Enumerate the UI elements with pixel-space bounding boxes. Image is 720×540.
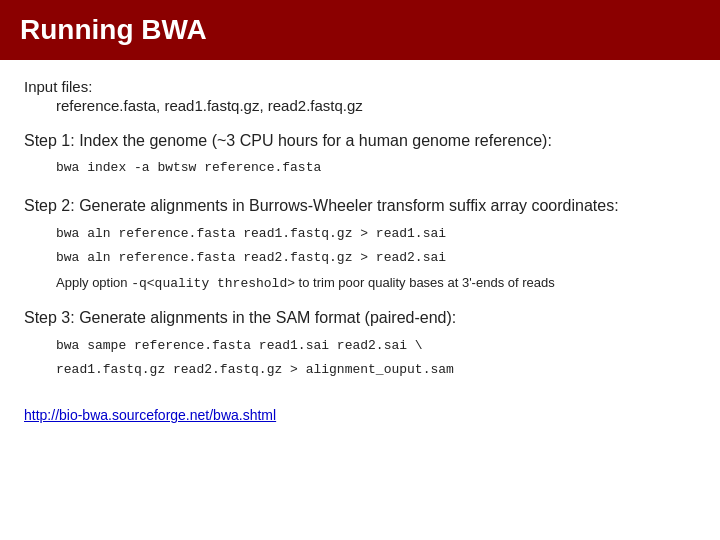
- bwa-link[interactable]: http://bio-bwa.sourceforge.net/bwa.shtml: [24, 407, 276, 423]
- step3-code-line1: bwa sampe reference.fasta read1.sai read…: [56, 336, 696, 357]
- page-header: Running BWA: [0, 0, 720, 60]
- step1-heading: Step 1: Index the genome (~3 CPU hours f…: [24, 130, 696, 152]
- step2-note-suffix: to trim poor quality bases at 3'-ends of…: [295, 275, 555, 290]
- step1-section: Step 1: Index the genome (~3 CPU hours f…: [24, 130, 696, 179]
- step3-section: Step 3: Generate alignments in the SAM f…: [24, 307, 696, 381]
- step2-code-line1: bwa aln reference.fasta read1.fastq.gz >…: [56, 224, 696, 245]
- step3-code-line2: read1.fastq.gz read2.fastq.gz > alignmen…: [56, 360, 696, 381]
- step1-code: bwa index -a bwtsw reference.fasta: [56, 158, 696, 179]
- page-content: Input files: reference.fasta, read1.fast…: [0, 60, 720, 442]
- step2-heading: Step 2: Generate alignments in Burrows-W…: [24, 195, 696, 217]
- step2-code-line2: bwa aln reference.fasta read2.fastq.gz >…: [56, 248, 696, 269]
- input-files-value: reference.fasta, read1.fastq.gz, read2.f…: [56, 97, 696, 114]
- input-files-label: Input files:: [24, 78, 696, 95]
- step2-note: Apply option -q<quality threshold> to tr…: [56, 275, 696, 291]
- step2-note-prefix: Apply option: [56, 275, 131, 290]
- step2-note-code: -q<quality threshold>: [131, 276, 295, 291]
- input-files-section: Input files: reference.fasta, read1.fast…: [24, 78, 696, 114]
- page-title: Running BWA: [20, 14, 207, 45]
- step3-heading: Step 3: Generate alignments in the SAM f…: [24, 307, 696, 329]
- step2-section: Step 2: Generate alignments in Burrows-W…: [24, 195, 696, 291]
